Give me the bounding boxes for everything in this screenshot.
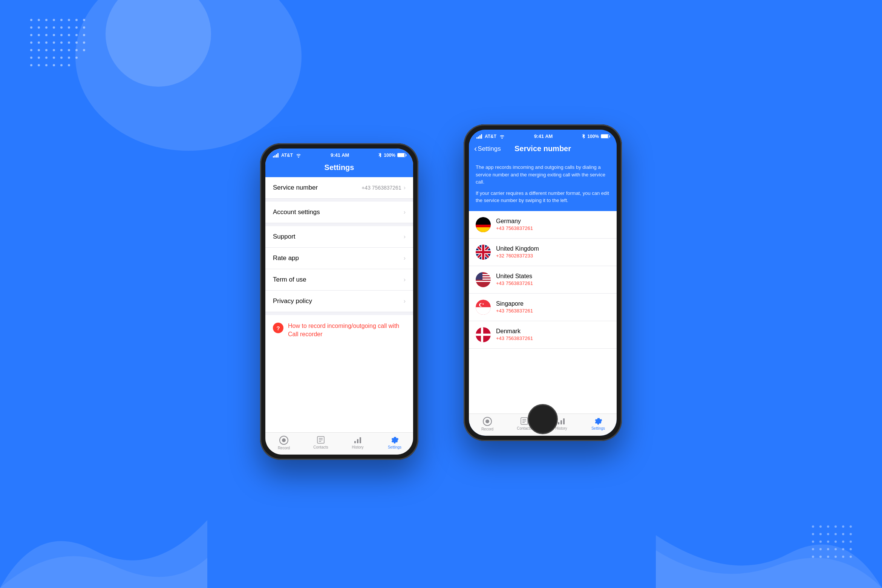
tab-bar-1: Record Contacts bbox=[265, 432, 413, 455]
rate-app-item[interactable]: Rate app › bbox=[265, 248, 413, 269]
status-bar-2: AT&T 9:41 AM 100% bbox=[469, 130, 617, 141]
tab-settings-2[interactable]: Settings bbox=[580, 417, 617, 431]
description-text-2: If your carrier requires a different num… bbox=[476, 190, 610, 204]
separator-3 bbox=[265, 312, 413, 315]
settings-title: Settings bbox=[325, 163, 354, 172]
account-settings-chevron: › bbox=[404, 209, 406, 216]
battery-label-1: 100% bbox=[384, 153, 395, 158]
denmark-info: Denmark +43 7563837261 bbox=[496, 328, 610, 341]
germany-flag bbox=[476, 217, 491, 232]
time-label-2: 9:41 AM bbox=[534, 133, 553, 139]
tab-record-label-1: Record bbox=[278, 446, 290, 450]
account-settings-item[interactable]: Account settings › bbox=[265, 202, 413, 223]
tab-history-1[interactable]: History bbox=[339, 436, 376, 450]
settings-nav-header: Settings bbox=[265, 160, 413, 177]
tab-contacts-label-1: Contacts bbox=[313, 445, 328, 449]
status-left-1: AT&T bbox=[273, 153, 302, 158]
uk-number: +32 7602837233 bbox=[496, 253, 610, 259]
history-icon-2 bbox=[557, 417, 565, 425]
denmark-number: +43 7563837261 bbox=[496, 335, 610, 341]
service-number-chevron: › bbox=[404, 184, 406, 191]
country-item-denmark[interactable]: Denmark +43 7563837261 bbox=[469, 321, 617, 349]
singapore-name: Singapore bbox=[496, 300, 610, 307]
phones-container: AT&T 9:41 AM 100% Setting bbox=[0, 0, 882, 588]
account-settings-label: Account settings bbox=[273, 208, 320, 216]
service-number-value: +43 7563837261 bbox=[361, 185, 401, 191]
phone-1: AT&T 9:41 AM 100% Setting bbox=[260, 143, 418, 460]
germany-info: Germany +43 7563837261 bbox=[496, 218, 610, 231]
bluetooth-icon bbox=[378, 153, 382, 158]
tab-record-2[interactable]: Record bbox=[469, 417, 506, 431]
back-chevron-icon: ‹ bbox=[474, 144, 477, 154]
country-item-uk[interactable]: United Kingdom +32 7602837233 bbox=[469, 239, 617, 266]
carrier-label-2: AT&T bbox=[485, 134, 496, 139]
service-number-label: Service number bbox=[273, 184, 318, 191]
wifi-icon bbox=[296, 153, 302, 158]
privacy-policy-label: Privacy policy bbox=[273, 297, 312, 305]
carrier-label: AT&T bbox=[281, 153, 293, 158]
back-button[interactable]: ‹ Settings bbox=[474, 144, 501, 154]
singapore-flag bbox=[476, 300, 491, 315]
term-of-use-chevron: › bbox=[404, 276, 406, 283]
battery-icon-2 bbox=[601, 134, 609, 138]
description-text: The app records imcoming and outgoing ca… bbox=[476, 164, 610, 186]
service-number-nav-header: ‹ Settings Service number bbox=[469, 141, 617, 158]
denmark-name: Denmark bbox=[496, 328, 610, 335]
service-number-item[interactable]: Service number +43 7563837261 › bbox=[265, 177, 413, 199]
svg-rect-13 bbox=[476, 272, 482, 280]
signal-icon-2 bbox=[476, 134, 482, 139]
status-right-2: 100% bbox=[582, 134, 609, 139]
us-flag bbox=[476, 272, 491, 287]
contacts-icon-2 bbox=[520, 417, 528, 425]
svg-rect-21 bbox=[476, 334, 491, 336]
separator-2 bbox=[265, 223, 413, 226]
phone-2-content: AT&T 9:41 AM 100% bbox=[469, 130, 617, 436]
tab-settings-label-2: Settings bbox=[591, 426, 605, 430]
country-list: Germany +43 7563837261 bbox=[469, 211, 617, 414]
us-number: +43 7563837261 bbox=[496, 280, 610, 286]
help-icon: ? bbox=[273, 323, 283, 333]
tab-contacts-1[interactable]: Contacts bbox=[302, 436, 339, 450]
svg-rect-28 bbox=[560, 420, 562, 424]
back-label: Settings bbox=[478, 145, 501, 153]
country-item-us[interactable]: United States +43 7563837261 bbox=[469, 266, 617, 294]
service-number-nav-title: Service number bbox=[514, 144, 571, 153]
service-number-right: +43 7563837261 › bbox=[361, 184, 406, 191]
settings-icon-2 bbox=[594, 417, 602, 425]
bluetooth-icon-2 bbox=[582, 134, 585, 139]
phone-2-screen: AT&T 9:41 AM 100% bbox=[469, 130, 617, 436]
phone-1-screen: AT&T 9:41 AM 100% Setting bbox=[265, 149, 413, 455]
svg-rect-4 bbox=[354, 441, 356, 443]
signal-icon bbox=[273, 153, 279, 158]
wifi-icon-2 bbox=[499, 134, 505, 139]
support-label: Support bbox=[273, 233, 296, 240]
home-button-2[interactable] bbox=[528, 404, 558, 434]
tab-settings-1[interactable]: Settings bbox=[376, 436, 413, 450]
settings-icon-1 bbox=[390, 436, 399, 444]
country-item-singapore[interactable]: Singapore +43 7563837261 bbox=[469, 294, 617, 321]
history-icon-1 bbox=[354, 436, 362, 444]
support-chevron: › bbox=[404, 233, 406, 240]
singapore-info: Singapore +43 7563837261 bbox=[496, 300, 610, 314]
uk-flag bbox=[476, 245, 491, 260]
battery-icon bbox=[397, 153, 406, 157]
tab-settings-label-1: Settings bbox=[388, 445, 401, 449]
term-of-use-label: Term of use bbox=[273, 276, 306, 283]
support-item[interactable]: Support › bbox=[265, 226, 413, 248]
status-right-1: 100% bbox=[378, 153, 406, 158]
help-item[interactable]: ? How to record incoming/outgoing call w… bbox=[265, 315, 413, 346]
phone-2: AT&T 9:41 AM 100% bbox=[464, 124, 622, 441]
record-icon-2 bbox=[483, 417, 492, 426]
tab-history-label-1: History bbox=[352, 445, 363, 449]
record-icon-1 bbox=[279, 436, 288, 445]
svg-rect-6 bbox=[360, 437, 361, 443]
privacy-policy-item[interactable]: Privacy policy › bbox=[265, 291, 413, 312]
battery-label-2: 100% bbox=[587, 134, 599, 139]
status-left-2: AT&T bbox=[476, 134, 505, 139]
country-item-germany[interactable]: Germany +43 7563837261 bbox=[469, 211, 617, 239]
tab-record-1[interactable]: Record bbox=[265, 436, 302, 450]
phone-1-content: AT&T 9:41 AM 100% Setting bbox=[265, 149, 413, 455]
term-of-use-item[interactable]: Term of use › bbox=[265, 269, 413, 291]
svg-rect-29 bbox=[563, 418, 565, 424]
contacts-icon-1 bbox=[317, 436, 325, 444]
